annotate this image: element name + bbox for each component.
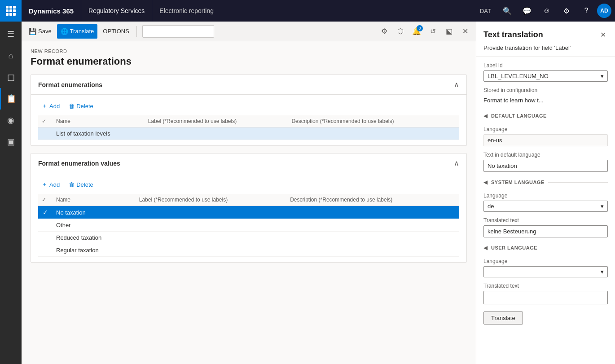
row-check-3 [38,232,53,244]
reg-services-label: Regulatory Services [81,0,152,22]
default-lang-line [550,116,608,116]
delete-label2: Delete [76,181,93,188]
user-lang-arrow: ◀ [483,245,488,251]
default-lang-divider: ◀ DEFAULT LANGUAGE [483,113,608,119]
row-check [38,127,53,140]
environment-label: DAT [474,8,496,14]
toolbar: 💾 Save 🌐 Translate OPTIONS ⚙ ⬡ 🔔 0 [22,22,476,41]
system-lang-dropdown[interactable]: de ▾ [483,201,608,212]
new-record-label: NEW RECORD [31,48,467,54]
default-lang-value: en-us [483,134,608,146]
sidebar-filter-icon[interactable]: ◉ [0,110,22,131]
sidebar-menu-icon[interactable]: ☰ [0,23,22,45]
top-nav-right: DAT 🔍 💬 ☺ ⚙ ? AD [474,2,615,20]
section2-add-button[interactable]: ＋ Add [38,179,63,190]
options-button[interactable]: OPTIONS [99,24,133,39]
section2-toggle[interactable]: ∧ [454,159,459,167]
sidebar-home-icon[interactable]: ⌂ [0,45,22,66]
chat-nav-button[interactable]: 💬 [518,2,536,20]
delete-icon: 🗑 [69,103,75,110]
row-desc [288,127,452,140]
section1-actions: ＋ Add 🗑 Delete [38,100,459,112]
sidebar-recent-icon[interactable]: ◫ [0,66,22,88]
translate-toolbar-button[interactable]: 🌐 Translate [57,24,98,39]
user-lang-lang-label: Language [483,258,608,264]
right-panel-body: Label Id LBL_LEVELENUM_NO ▾ Stored in co… [476,57,615,364]
table-row[interactable]: Other [38,219,459,232]
right-panel: Text translation ✕ Provide translation f… [476,22,615,364]
feedback-nav-button[interactable]: ☺ [538,2,556,20]
user-lang-dropdown-icon: ▾ [601,268,604,275]
table-row[interactable]: Regular taxation [38,244,459,257]
user-translated-field: Translated text [483,283,608,304]
user-lang-divider: ◀ USER LANGUAGE [483,245,608,251]
system-lang-value: de [488,203,494,210]
system-lang-lang-label: Language [483,193,608,199]
user-lang-dropdown[interactable]: ▾ [483,266,608,277]
right-panel-close-button[interactable]: ✕ [598,29,608,41]
system-lang-dropdown-icon: ▾ [601,203,604,210]
content-area: 💾 Save 🌐 Translate OPTIONS ⚙ ⬡ 🔔 0 [22,22,476,364]
add-label2: Add [49,181,60,188]
toolbar-refresh-icon[interactable]: ↺ [426,24,440,39]
table-row[interactable]: Reduced taxation [38,232,459,244]
main-area: ☰ ⌂ ◫ 📋 ◉ ▣ 💾 Save 🌐 Translate OPTIONS [0,22,615,364]
stored-in-field: Stored in configuration Format to learn … [483,87,608,105]
row-name-2: Other [53,219,136,232]
section1-add-button[interactable]: ＋ Add [38,100,63,112]
section1-header: Format enumerations ∧ [31,75,466,95]
save-label: Save [38,28,52,35]
row-desc-4 [286,244,459,257]
section2-table: ✓ Name Label (*Recommended to use labels… [38,194,459,257]
save-icon: 💾 [29,28,36,35]
toolbar-close-icon[interactable]: ✕ [458,24,472,39]
add-label: Add [49,103,60,110]
section1-scroll-header [452,115,459,127]
toolbar-search-input[interactable] [142,25,214,38]
translate-button[interactable]: Translate [483,311,523,325]
label-id-dropdown[interactable]: LBL_LEVELENUM_NO ▾ [483,70,608,82]
toolbar-expand-icon[interactable]: ⬕ [442,24,456,39]
gear-nav-button[interactable]: ⚙ [558,2,575,20]
row-check-active: ✓ [38,206,53,219]
section2-label-header: Label (*Recommended to use labels) [136,194,286,206]
section2-title: Format enumeration values [38,160,120,167]
sidebar-list-icon[interactable]: 📋 [0,88,22,110]
table-row[interactable]: ✓ No taxation [38,206,459,219]
row-label [145,127,288,140]
section2-delete-button[interactable]: 🗑 Delete [65,180,97,190]
system-translated-input[interactable] [483,225,608,237]
toolbar-right: ⚙ ⬡ 🔔 0 ↺ ⬕ ✕ [377,24,472,39]
label-id-field: Label Id LBL_LEVELENUM_NO ▾ [483,62,608,82]
section1-delete-button[interactable]: 🗑 Delete [65,101,97,111]
help-nav-button[interactable]: ? [577,2,595,20]
toolbar-settings-icon[interactable]: ⚙ [377,24,391,39]
toolbar-notification-icon[interactable]: 🔔 0 [409,24,424,39]
row-name: List of taxation levels [53,127,145,140]
default-lang-lang-label: Language [483,126,608,132]
left-sidebar: ☰ ⌂ ◫ 📋 ◉ ▣ [0,22,22,364]
app-grid-button[interactable] [0,0,22,22]
save-button[interactable]: 💾 Save [25,24,55,39]
sidebar-grid-icon[interactable]: ▣ [0,131,22,153]
section2-desc-header: Description (*Recommended to use labels) [286,194,459,206]
user-translated-input[interactable] [483,291,608,304]
search-nav-button[interactable]: 🔍 [498,2,516,20]
section1-desc-header: Description (*Recommended to use labels) [288,115,452,127]
row-label-4 [136,244,286,257]
stored-in-label: Stored in configuration [483,87,608,93]
user-avatar[interactable]: AD [597,4,611,18]
page-content: NEW RECORD Format enumerations Format en… [22,41,476,364]
toolbar-apps-icon[interactable]: ⬡ [393,24,408,39]
row-name-4: Regular taxation [53,244,136,257]
add-icon2: ＋ [42,180,48,189]
label-id-value: LBL_LEVELENUM_NO [488,73,549,79]
default-text-input[interactable] [483,160,608,172]
row-name-1: No taxation [53,206,136,219]
default-text-field: Text in default language [483,152,608,172]
section1-toggle[interactable]: ∧ [454,80,459,89]
right-panel-title: Text translation [483,30,543,39]
section1-label-header: Label (*Recommended to use labels) [145,115,288,127]
table-row[interactable]: List of taxation levels [38,127,459,140]
translate-label: Translate [70,28,94,35]
